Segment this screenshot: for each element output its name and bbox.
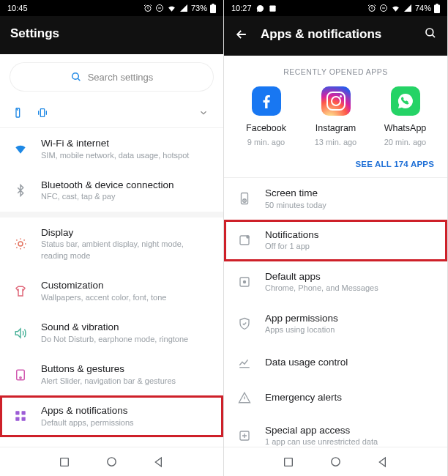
- battery-icon: [210, 4, 216, 13]
- app-time: 13 min. ago: [315, 138, 356, 146]
- screen-header: Apps & notifications: [224, 16, 447, 56]
- recent-app-whatsapp[interactable]: WhatsApp 20 min. ago: [374, 86, 437, 146]
- app-name: Facebook: [246, 123, 286, 133]
- alert-icon: [238, 391, 251, 404]
- item-default-apps[interactable]: Default apps Chrome, Phone, and Messages: [224, 261, 447, 303]
- item-title: Emergency alerts: [265, 391, 436, 404]
- volume-icon: [14, 327, 27, 340]
- recent-apps-row: Facebook 9 min. ago Instagram 13 min. ag…: [224, 83, 447, 154]
- item-security[interactable]: Security & lock screen Fingerprint, Face…: [0, 437, 223, 447]
- whatsapp-icon: [391, 86, 420, 116]
- svg-rect-3: [212, 4, 214, 5]
- item-title: Data usage control: [265, 356, 436, 369]
- item-subtitle: Off for 1 app: [265, 241, 436, 252]
- item-bluetooth[interactable]: Bluetooth & device connection NFC, cast,…: [0, 170, 223, 212]
- item-screen-time[interactable]: Screen time 50 minutes today: [224, 178, 447, 220]
- permissions-icon: [238, 317, 251, 330]
- item-wifi-internet[interactable]: Wi-Fi & internet SIM, mobile network, da…: [0, 128, 223, 170]
- item-subtitle: Status bar, ambient display, night mode,…: [41, 239, 212, 261]
- screen-header: Settings: [0, 16, 223, 54]
- navigation-bar: [224, 447, 447, 476]
- svg-rect-12: [15, 417, 19, 421]
- apps-settings-list: Screen time 50 minutes today Notificatio…: [224, 178, 447, 447]
- recent-app-instagram[interactable]: Instagram 13 min. ago: [305, 86, 367, 146]
- divider: [0, 212, 223, 217]
- quick-settings-expander[interactable]: [0, 98, 223, 128]
- app-time: 20 min. ago: [384, 138, 426, 146]
- default-apps-icon: [238, 275, 251, 289]
- screenshot-notif-icon: [269, 4, 277, 12]
- bluetooth-icon: [14, 184, 27, 197]
- item-data-usage[interactable]: Data usage control: [224, 345, 447, 380]
- page-title: Apps & notifications: [261, 27, 381, 42]
- app-name: Instagram: [316, 123, 356, 133]
- item-title: Sound & vibration: [41, 321, 212, 334]
- recently-opened-header: RECENTLY OPENED APPS: [224, 56, 447, 83]
- svg-rect-17: [269, 5, 275, 11]
- data-usage-icon: [238, 356, 251, 369]
- item-title: Display: [41, 226, 212, 239]
- item-title: Wi-Fi & internet: [41, 137, 212, 150]
- svg-point-31: [332, 458, 340, 466]
- item-title: Security & lock screen: [41, 446, 212, 447]
- see-all-apps-link[interactable]: SEE ALL 174 APPS: [224, 154, 447, 177]
- svg-point-22: [426, 29, 433, 36]
- app-name: WhatsApp: [384, 123, 427, 133]
- item-subtitle: Alert Slider, navigation bar & gestures: [41, 376, 212, 387]
- screen-time-icon: [238, 192, 251, 205]
- recent-app-facebook[interactable]: Facebook 9 min. ago: [235, 86, 298, 146]
- item-title: App permissions: [265, 312, 436, 325]
- search-input[interactable]: Search settings: [10, 63, 213, 91]
- navigation-bar: [0, 447, 223, 476]
- item-special-access[interactable]: Special app access 1 app can use unrestr…: [224, 415, 447, 447]
- svg-rect-30: [285, 458, 293, 466]
- item-title: Default apps: [265, 270, 436, 283]
- item-notifications[interactable]: Notifications Off for 1 app: [224, 220, 447, 261]
- signal-icon: [179, 4, 188, 12]
- item-apps-notifications[interactable]: Apps & notifications Default apps, permi…: [0, 395, 223, 437]
- sim-icon: [15, 107, 26, 119]
- item-title: Bluetooth & device connection: [41, 179, 212, 192]
- search-placeholder: Search settings: [88, 72, 154, 83]
- item-customization[interactable]: Customization Wallpapers, accent color, …: [0, 270, 223, 312]
- battery-percent: 73%: [191, 4, 207, 12]
- notifications-icon: [238, 234, 251, 247]
- item-buttons[interactable]: Buttons & gestures Alert Slider, navigat…: [0, 354, 223, 395]
- svg-point-16: [108, 458, 116, 466]
- back-arrow-icon[interactable]: [234, 27, 249, 42]
- settings-list: Wi-Fi & internet SIM, mobile network, da…: [0, 128, 223, 447]
- signal-icon: [403, 4, 412, 12]
- alarm-icon: [367, 4, 376, 12]
- nav-back-icon[interactable]: [153, 456, 165, 468]
- item-sound[interactable]: Sound & vibration Do Not Disturb, earpho…: [0, 312, 223, 354]
- item-display[interactable]: Display Status bar, ambient display, nig…: [0, 217, 223, 270]
- chevron-down-icon: [198, 108, 209, 118]
- item-title: Notifications: [265, 228, 436, 242]
- svg-rect-20: [434, 4, 440, 13]
- item-emergency-alerts[interactable]: Emergency alerts: [224, 380, 447, 415]
- content-area: Search settings Wi-Fi & internet SIM, mo…: [0, 54, 223, 447]
- nav-back-icon[interactable]: [377, 456, 389, 468]
- item-app-permissions[interactable]: App permissions Apps using location: [224, 303, 447, 345]
- apps-icon: [14, 409, 27, 423]
- status-bar: 10:27 74%: [224, 0, 447, 16]
- alarm-icon: [143, 4, 152, 12]
- vibrate-icon: [37, 107, 48, 119]
- item-subtitle: Default apps, permissions: [41, 417, 212, 428]
- nav-recent-icon[interactable]: [59, 456, 70, 468]
- status-time: 10:45: [7, 4, 28, 12]
- dnd-icon: [379, 4, 388, 12]
- nav-home-icon[interactable]: [329, 455, 342, 468]
- svg-rect-11: [22, 412, 26, 415]
- item-title: Screen time: [265, 187, 436, 200]
- item-subtitle: Apps using location: [265, 324, 436, 335]
- battery-icon: [434, 4, 440, 13]
- item-title: Buttons & gestures: [41, 362, 212, 376]
- svg-point-4: [72, 73, 78, 80]
- nav-recent-icon[interactable]: [283, 456, 294, 468]
- nav-home-icon[interactable]: [105, 455, 118, 468]
- item-subtitle: Do Not Disturb, earphone mode, ringtone: [41, 334, 212, 345]
- app-time: 9 min. ago: [247, 138, 285, 146]
- search-button[interactable]: [424, 26, 437, 42]
- tshirt-icon: [14, 285, 27, 298]
